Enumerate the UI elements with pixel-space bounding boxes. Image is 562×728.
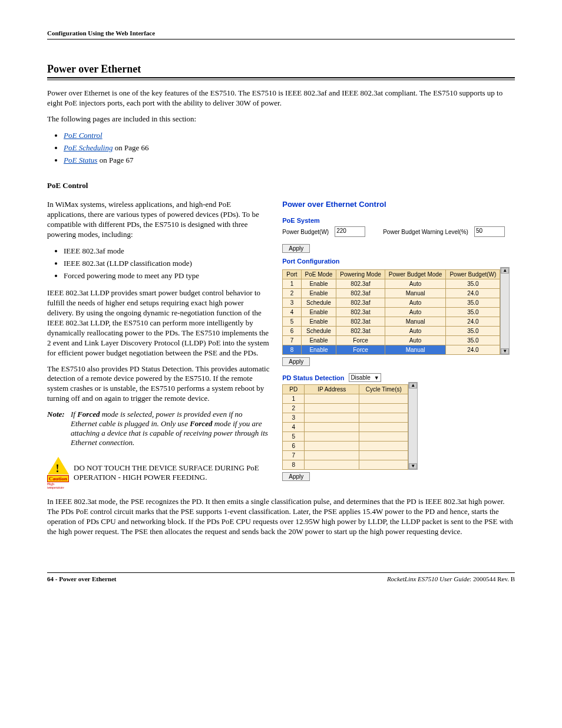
table-header: Port <box>283 270 301 279</box>
cell: 802.3at <box>336 327 385 336</box>
apply-button[interactable]: Apply <box>282 357 310 366</box>
table-header: Power Budget(W) <box>446 270 500 279</box>
caution-label: Caution <box>47 475 69 482</box>
cell: 802.3at <box>336 308 385 317</box>
table-row[interactable]: 2Enable802.3afManual24.0 <box>283 289 500 298</box>
caution-text: DO NOT TOUCH THE DEVICE SURFACE DURING P… <box>74 463 270 483</box>
list-item: IEEE 802.3at (LLDP classification mode) <box>64 258 270 269</box>
cell: 6 <box>283 442 305 451</box>
pd-status-table: PD IP Address Cycle Time(s) 1 2 3 4 5 6 … <box>282 384 408 470</box>
table-row[interactable]: 1Enable802.3afAuto35.0 <box>283 279 500 289</box>
cell <box>305 451 359 460</box>
caution-icon: ! Caution High temperature <box>47 458 69 487</box>
cell: 6 <box>283 327 301 336</box>
page-number: 64 <box>47 575 54 582</box>
note-bold: Forced <box>77 410 100 419</box>
cell <box>359 451 408 460</box>
table-row[interactable]: 3 <box>283 413 408 423</box>
chevron-down-icon: ▼ <box>374 375 379 381</box>
cell: Force <box>336 336 385 345</box>
cell: 802.3af <box>336 289 385 298</box>
note-text: If <box>71 410 77 419</box>
cell: Enable <box>301 345 336 355</box>
cell: 5 <box>283 317 301 327</box>
table-row[interactable]: 8 <box>283 460 408 470</box>
cell: Auto <box>385 298 446 308</box>
apply-button[interactable]: Apply <box>282 244 310 253</box>
scroll-up-icon[interactable]: ▲ <box>501 268 509 274</box>
cell: Enable <box>301 336 336 345</box>
table-header: IP Address <box>305 385 359 394</box>
cell: Auto <box>385 327 446 336</box>
scrollbar[interactable]: ▲ ▼ <box>408 382 418 470</box>
cell <box>359 423 408 432</box>
poe-scheduling-link[interactable]: PoE Scheduling <box>64 143 113 152</box>
toc-item: PoE Scheduling on Page 66 <box>64 143 515 153</box>
body-paragraph: The ES7510 also provides PD Status Detec… <box>47 364 270 404</box>
cell: 3 <box>283 413 305 423</box>
table-header-row: Port PoE Mode Powering Mode Power Budget… <box>283 270 500 279</box>
power-budget-input[interactable]: 220 <box>335 226 365 237</box>
table-row[interactable]: 7EnableForceAuto35.0 <box>283 336 500 345</box>
table-row[interactable]: 4Enable802.3atAuto35.0 <box>283 308 500 317</box>
table-row[interactable]: 3Schedule802.3afAuto35.0 <box>283 298 500 308</box>
cell: Auto <box>385 308 446 317</box>
footer-left: 64 - Power over Ethernet <box>47 575 117 582</box>
apply-button[interactable]: Apply <box>282 472 310 481</box>
cell: 24.0 <box>446 345 500 355</box>
scroll-down-icon[interactable]: ▼ <box>409 463 417 469</box>
table-header: PoE Mode <box>301 270 336 279</box>
port-config-heading: Port Configuration <box>282 258 515 265</box>
poe-control-link[interactable]: PoE Control <box>64 131 103 140</box>
table-row-selected[interactable]: 8EnableForceManual24.0 <box>283 345 500 355</box>
cell <box>305 404 359 413</box>
caution-subtext: High temperature <box>47 482 69 489</box>
warn-level-label: Power Budget Warning Level(%) <box>383 229 468 235</box>
cell: 3 <box>283 298 301 308</box>
table-row[interactable]: 5Enable802.3atManual24.0 <box>283 317 500 327</box>
cell: 35.0 <box>446 298 500 308</box>
body-paragraph: IEEE 802.3at LLDP provides smart power b… <box>47 288 270 358</box>
scroll-down-icon[interactable]: ▼ <box>501 348 509 354</box>
cell: Enable <box>301 317 336 327</box>
cell: 35.0 <box>446 327 500 336</box>
table-row[interactable]: 6Schedule802.3atAuto35.0 <box>283 327 500 336</box>
intro-paragraph-2: The following pages are included in this… <box>47 114 515 124</box>
toc-list: PoE Control PoE Scheduling on Page 66 Po… <box>47 130 515 166</box>
cell: 1 <box>283 279 301 289</box>
table-row[interactable]: 6 <box>283 442 408 451</box>
page-footer: 64 - Power over Ethernet RocketLinx ES75… <box>47 572 515 582</box>
footer-right: RocketLinx ES7510 User Guide: 2000544 Re… <box>387 575 515 582</box>
warn-level-input[interactable]: 50 <box>474 226 505 237</box>
cell: 4 <box>283 423 305 432</box>
cell: Manual <box>385 317 446 327</box>
table-row[interactable]: 2 <box>283 404 408 413</box>
powering-modes-list: IEEE 802.3af mode IEEE 802.3at (LLDP cla… <box>47 246 270 282</box>
table-row[interactable]: 7 <box>283 451 408 460</box>
cell <box>359 460 408 470</box>
breadcrumb: Configuration Using the Web Interface <box>47 29 515 39</box>
pd-status-select[interactable]: Disable ▼ <box>349 373 381 382</box>
cell <box>305 413 359 423</box>
table-header: Power Budget Mode <box>385 270 446 279</box>
table-header: Powering Mode <box>336 270 385 279</box>
footer-rev: 2000544 Rev. B <box>473 575 515 582</box>
footer-sep: - <box>54 575 59 582</box>
cell: Auto <box>385 336 446 345</box>
cell: Manual <box>385 345 446 355</box>
cell: Schedule <box>301 298 336 308</box>
cell <box>305 432 359 442</box>
body-paragraph: In IEEE 802.3at mode, the PSE recognizes… <box>47 497 515 537</box>
cell: 2 <box>283 404 305 413</box>
cell: 7 <box>283 336 301 345</box>
table-row[interactable]: 1 <box>283 394 408 404</box>
scroll-up-icon[interactable]: ▲ <box>409 383 417 388</box>
scrollbar[interactable]: ▲ ▼ <box>500 267 510 355</box>
cell: 35.0 <box>446 336 500 345</box>
table-row[interactable]: 5 <box>283 432 408 442</box>
cell <box>359 413 408 423</box>
table-row[interactable]: 4 <box>283 423 408 432</box>
cell: 35.0 <box>446 308 500 317</box>
caution-block: ! Caution High temperature DO NOT TOUCH … <box>47 458 270 487</box>
poe-status-link[interactable]: PoE Status <box>64 156 97 164</box>
